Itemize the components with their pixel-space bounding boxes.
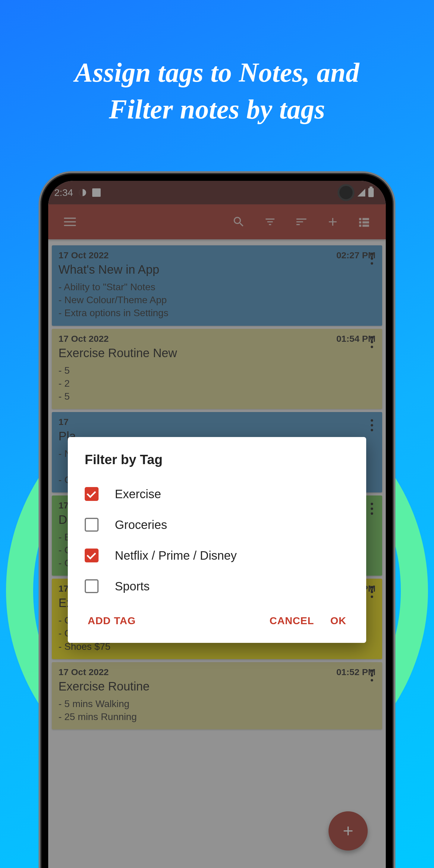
phone-frame: 2:34 [38,171,396,868]
tag-label: Groceries [115,518,167,532]
filter-tag-dialog: Filter by Tag ExerciseGroceriesNetflix /… [68,437,366,643]
dialog-actions: ADD TAG CANCEL OK [85,611,349,631]
checkbox-checked-icon [85,487,98,501]
promo-headline: Assign tags to Notes, and Filter notes b… [0,0,434,127]
cancel-button[interactable]: CANCEL [267,611,317,631]
dialog-title: Filter by Tag [85,452,349,467]
phone-screen: 2:34 [48,181,386,868]
ok-button[interactable]: OK [327,611,349,631]
tag-list: ExerciseGroceriesNetflix / Prime / Disne… [85,478,349,601]
tag-option[interactable]: Sports [85,571,349,601]
checkbox-checked-icon [85,549,98,562]
checkbox-unchecked-icon [85,518,98,532]
checkbox-unchecked-icon [85,579,98,593]
add-tag-button[interactable]: ADD TAG [85,611,138,631]
tag-label: Exercise [115,487,161,501]
tag-option[interactable]: Groceries [85,509,349,540]
tag-option[interactable]: Netflix / Prime / Disney [85,540,349,571]
tag-label: Netflix / Prime / Disney [115,549,237,562]
promo-line-2: Filter notes by tags [109,94,325,124]
tag-label: Sports [115,580,150,593]
tag-option[interactable]: Exercise [85,478,349,509]
promo-line-1: Assign tags to Notes, and [74,58,359,87]
